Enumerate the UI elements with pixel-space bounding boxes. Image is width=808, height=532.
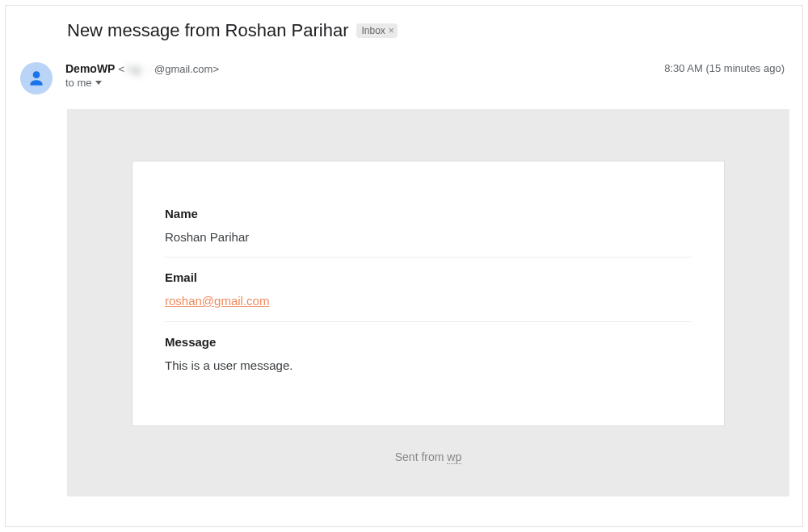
inbox-chip-label: Inbox <box>361 25 385 36</box>
recipient-dropdown[interactable]: to me <box>65 77 651 89</box>
message-label: Message <box>165 335 692 349</box>
message-card: Name Roshan Parihar Email roshan@gmail.c… <box>132 161 725 426</box>
field-name: Name Roshan Parihar <box>165 194 692 258</box>
name-value: Roshan Parihar <box>165 230 692 244</box>
sent-from-wp-link[interactable]: wp <box>447 450 461 464</box>
sent-from-footer: Sent from wp <box>395 450 462 463</box>
sender-email-open: < <box>118 63 124 75</box>
email-label: Email <box>165 270 692 284</box>
sent-from-label: Sent from <box>395 450 448 463</box>
chevron-down-icon <box>95 81 102 85</box>
field-email: Email roshan@gmail.com <box>165 258 692 322</box>
sender-email-close: @gmail.com> <box>154 63 219 75</box>
close-icon[interactable]: × <box>389 25 394 36</box>
subject-row: New message from Roshan Parihar Inbox × <box>19 20 789 41</box>
avatar[interactable] <box>20 62 53 94</box>
field-message: Message This is a user message. <box>165 322 692 385</box>
sender-info: DemoWP < t g · · @gmail.com> to me <box>65 62 651 89</box>
name-label: Name <box>165 207 692 220</box>
person-icon <box>26 68 47 89</box>
timestamp: 8:30 AM (15 minutes ago) <box>664 62 785 74</box>
email-link[interactable]: roshan@gmail.com <box>165 294 269 308</box>
sender-line: DemoWP < t g · · @gmail.com> <box>65 62 651 75</box>
sender-name: DemoWP <box>65 62 115 75</box>
email-body-background: Name Roshan Parihar Email roshan@gmail.c… <box>67 109 789 496</box>
svg-point-0 <box>33 71 40 78</box>
email-view-container: New message from Roshan Parihar Inbox × … <box>5 5 803 527</box>
to-label: to me <box>65 77 92 89</box>
email-header-row: DemoWP < t g · · @gmail.com> to me 8:30 … <box>19 62 789 94</box>
sender-email-hidden: t g · · <box>128 63 151 75</box>
inbox-label-chip[interactable]: Inbox × <box>356 23 397 38</box>
subject-text: New message from Roshan Parihar <box>67 20 348 41</box>
message-value: This is a user message. <box>165 358 692 372</box>
